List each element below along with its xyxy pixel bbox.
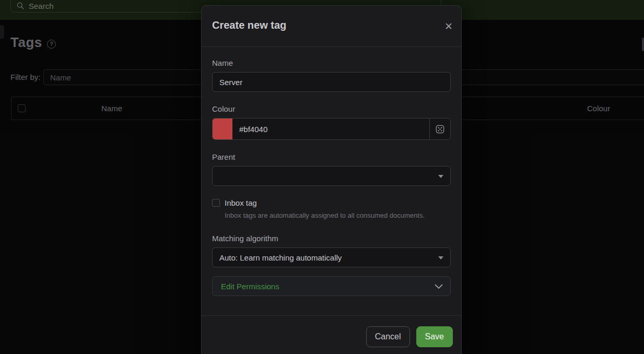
modal-footer: Cancel Save bbox=[202, 315, 461, 347]
create-tag-modal: Create new tag ✕ Name Colour bbox=[201, 5, 462, 354]
colour-label: Colour bbox=[212, 104, 451, 113]
matching-algorithm-select[interactable]: Auto: Learn matching automatically bbox=[212, 247, 451, 267]
inbox-field-group: Inbox tag Inbox tags are automatically a… bbox=[212, 198, 451, 219]
inbox-tag-checkbox[interactable] bbox=[212, 199, 220, 207]
parent-label: Parent bbox=[212, 152, 451, 161]
inbox-checkbox-row: Inbox tag bbox=[212, 198, 451, 207]
chevron-down-icon bbox=[438, 175, 443, 178]
close-icon[interactable]: ✕ bbox=[444, 21, 453, 31]
modal-body: Name Colour bbox=[202, 47, 461, 296]
chevron-down-icon bbox=[435, 284, 443, 289]
matching-algorithm-label: Matching algorithm bbox=[212, 234, 451, 243]
cancel-button[interactable]: Cancel bbox=[366, 326, 410, 347]
save-button[interactable]: Save bbox=[416, 326, 453, 347]
dice-icon bbox=[435, 124, 445, 134]
modal-header: Create new tag ✕ bbox=[202, 6, 461, 47]
page-root: Tags ? Filter by: Name Colour Create new… bbox=[0, 0, 644, 354]
name-field-group: Name bbox=[212, 58, 451, 92]
chevron-down-icon bbox=[438, 256, 443, 259]
name-label: Name bbox=[212, 58, 451, 67]
parent-field-group: Parent bbox=[212, 152, 451, 186]
random-colour-button[interactable] bbox=[429, 119, 450, 139]
matching-algorithm-value: Auto: Learn matching automatically bbox=[219, 253, 342, 262]
colour-field-group: Colour bbox=[212, 104, 451, 140]
matching-field-group: Matching algorithm Auto: Learn matching … bbox=[212, 234, 451, 267]
inbox-tag-label: Inbox tag bbox=[225, 198, 257, 207]
parent-select[interactable] bbox=[212, 166, 451, 186]
inbox-tag-hint: Inbox tags are automatically assigned to… bbox=[225, 211, 451, 219]
tag-name-input[interactable] bbox=[212, 72, 451, 92]
edit-permissions-label: Edit Permissions bbox=[221, 282, 279, 291]
edit-permissions-accordion[interactable]: Edit Permissions bbox=[212, 276, 451, 296]
modal-title: Create new tag bbox=[212, 19, 286, 31]
colour-input-group bbox=[212, 118, 451, 140]
colour-swatch[interactable] bbox=[213, 119, 232, 139]
colour-hex-input[interactable] bbox=[232, 119, 429, 139]
